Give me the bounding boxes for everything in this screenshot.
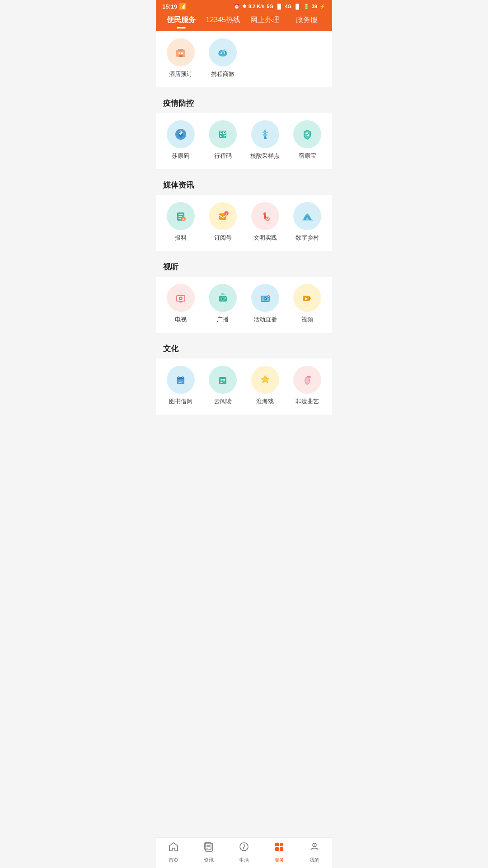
item-intangible[interactable]: 非遗曲艺 — [286, 366, 329, 406]
svg-point-39 — [265, 217, 270, 221]
svg-rect-49 — [225, 297, 226, 298]
label-tv: 电视 — [175, 316, 187, 324]
signal-icon: ▐▌ — [276, 4, 283, 9]
label-video: 视频 — [301, 316, 313, 324]
svg-marker-58 — [309, 296, 311, 301]
network-5g: 5G — [267, 4, 273, 9]
status-left: 15:19 📶 — [162, 3, 187, 10]
svg-rect-20 — [224, 135, 225, 136]
item-digitalvillage[interactable]: 数字乡村 — [286, 202, 329, 242]
icon-travelcode — [209, 120, 237, 148]
label-travelcode: 行程码 — [214, 152, 232, 160]
item-subscribe[interactable]: + 订阅号 — [202, 202, 244, 242]
icon-sukangbao — [293, 120, 321, 148]
item-report[interactable]: + 报料 — [160, 202, 202, 242]
svg-rect-56 — [268, 296, 269, 297]
label-civilization: 文明实践 — [253, 234, 277, 242]
item-ctrip[interactable]: 携程商旅 — [202, 38, 244, 78]
status-bar: 15:19 📶 ⏰ ✱ 8.2 K/s 5G ▐▌ 4G ▐▌ 🔋 39 ⚡ — [156, 0, 332, 13]
speed: 8.2 K/s — [249, 4, 264, 9]
svg-rect-3 — [181, 52, 183, 54]
content-area: 酒店预订 携程商旅 疫情防控 — [156, 31, 332, 442]
label-digitalvillage: 数字乡村 — [296, 234, 319, 242]
svg-rect-22 — [224, 137, 225, 137]
item-radio[interactable]: 广播 — [202, 284, 244, 324]
icon-intangible — [293, 366, 321, 394]
nav-tabs: 便民服务 12345热线 网上办理 政务服 — [156, 13, 332, 31]
item-cloudread[interactable]: 云阅读 — [202, 366, 244, 406]
svg-rect-21 — [225, 135, 226, 136]
icon-huaihaiopera — [251, 366, 279, 394]
item-livedemo[interactable]: 活动直播 — [244, 284, 286, 324]
icon-civilization — [251, 202, 279, 230]
svg-point-26 — [264, 137, 267, 139]
svg-rect-17 — [221, 132, 222, 133]
icon-radio — [209, 284, 237, 312]
bluetooth-icon: ✱ — [242, 4, 246, 9]
svg-rect-24 — [263, 132, 268, 133]
tab-hotline[interactable]: 12345热线 — [202, 13, 244, 28]
svg-rect-64 — [178, 381, 183, 382]
item-huaihaiopera[interactable]: 淮海戏 — [244, 366, 286, 406]
svg-point-8 — [224, 52, 225, 54]
item-travelcode[interactable]: 行程码 — [202, 120, 244, 160]
svg-point-72 — [305, 377, 309, 384]
label-radio: 广播 — [217, 316, 229, 324]
signal-icon-2: ▐▌ — [294, 4, 301, 9]
label-intangible: 非遗曲艺 — [296, 397, 319, 406]
item-hotel[interactable]: 酒店预订 — [160, 38, 202, 78]
media-grid: + 报料 + 订阅号 — [156, 195, 332, 251]
section-header-culture: 文化 — [156, 337, 332, 359]
icon-digitalvillage — [293, 202, 321, 230]
icon-report: + — [167, 202, 195, 230]
item-nucleic[interactable]: 核酸采样点 — [244, 120, 286, 160]
label-livedemo: 活动直播 — [253, 316, 277, 324]
label-report: 报料 — [175, 234, 187, 242]
tab-gov-service[interactable]: 政务服 — [286, 13, 328, 28]
icon-nucleic — [251, 120, 279, 148]
svg-text:+: + — [182, 217, 184, 222]
label-subscribe: 订阅号 — [214, 234, 232, 242]
item-sukangma[interactable]: 苏康码 — [160, 120, 202, 160]
svg-rect-45 — [179, 302, 182, 302]
section-header-audiovisual: 视听 — [156, 255, 332, 277]
top-items-grid: 酒店预订 携程商旅 — [156, 31, 332, 87]
svg-rect-62 — [178, 376, 179, 378]
alarm-icon: ⏰ — [234, 4, 240, 9]
svg-rect-25 — [263, 134, 267, 136]
icon-video — [293, 284, 321, 312]
item-tv[interactable]: 电视 — [160, 284, 202, 324]
item-sukangbao[interactable]: 宿康宝 — [286, 120, 329, 160]
item-civilization[interactable]: 文明实践 — [244, 202, 286, 242]
svg-rect-40 — [302, 220, 313, 221]
icon-ctrip — [209, 38, 237, 66]
culture-grid: 图书借阅 云阅读 淮海戏 — [156, 359, 332, 415]
item-library[interactable]: 图书借阅 — [160, 366, 202, 406]
label-cloudread: 云阅读 — [214, 397, 232, 406]
tab-online-handle[interactable]: 网上办理 — [244, 13, 286, 28]
epidemic-grid: 苏康码 行程码 — [156, 113, 332, 169]
divider-2 — [156, 169, 332, 174]
battery-level: 39 — [312, 4, 317, 9]
svg-rect-4 — [179, 55, 183, 57]
battery-icon: 🔋 — [303, 4, 310, 9]
icon-cloudread — [209, 366, 237, 394]
label-sukangbao: 宿康宝 — [299, 152, 316, 160]
label-huaihaiopera: 淮海戏 — [256, 397, 274, 406]
icon-library — [167, 366, 195, 394]
label-sukangma: 苏康码 — [172, 152, 189, 160]
item-video[interactable]: 视频 — [286, 284, 329, 324]
svg-point-7 — [221, 52, 222, 54]
icon-hotel — [167, 38, 195, 66]
time: 15:19 — [162, 3, 177, 10]
section-header-media: 媒体资讯 — [156, 174, 332, 195]
network-4g: 4G — [285, 4, 291, 9]
icon-sukangma — [167, 120, 195, 148]
status-right: ⏰ ✱ 8.2 K/s 5G ▐▌ 4G ▐▌ 🔋 39 ⚡ — [234, 4, 326, 9]
svg-rect-2 — [178, 52, 180, 54]
svg-rect-27 — [265, 129, 266, 131]
tab-bimin-services[interactable]: 便民服务 — [160, 13, 202, 28]
svg-rect-63 — [182, 376, 183, 378]
section-header-epidemic: 疫情防控 — [156, 92, 332, 113]
audiovisual-grid: 电视 广播 — [156, 277, 332, 333]
